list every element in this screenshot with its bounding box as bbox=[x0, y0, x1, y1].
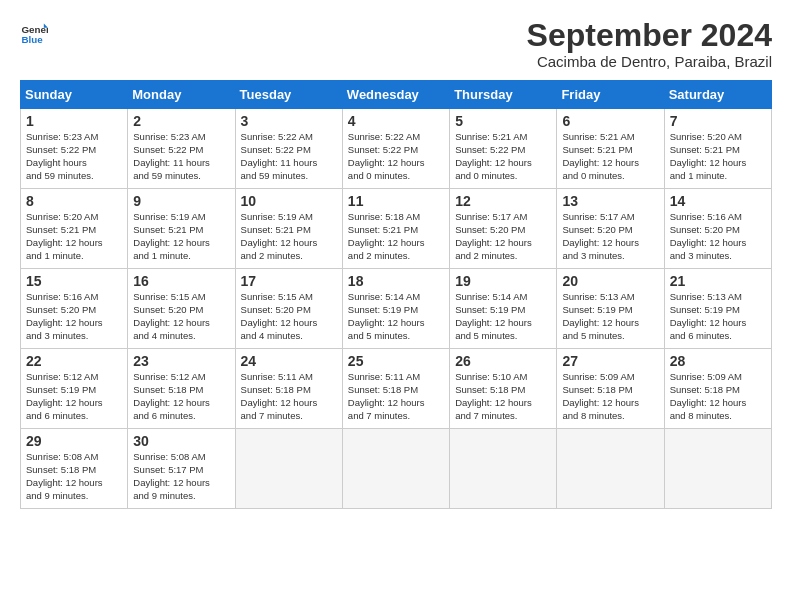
svg-text:Blue: Blue bbox=[21, 34, 43, 45]
day-26: 26 Sunrise: 5:10 AMSunset: 5:18 PMDaylig… bbox=[450, 349, 557, 429]
empty-cell bbox=[235, 429, 342, 509]
day-15: 15 Sunrise: 5:16 AMSunset: 5:20 PMDaylig… bbox=[21, 269, 128, 349]
header: General Blue September 2024 Cacimba de D… bbox=[20, 18, 772, 70]
empty-cell bbox=[557, 429, 664, 509]
day-21: 21 Sunrise: 5:13 AMSunset: 5:19 PMDaylig… bbox=[664, 269, 771, 349]
day-9: 9 Sunrise: 5:19 AMSunset: 5:21 PMDayligh… bbox=[128, 189, 235, 269]
day-22: 22 Sunrise: 5:12 AMSunset: 5:19 PMDaylig… bbox=[21, 349, 128, 429]
logo: General Blue bbox=[20, 18, 48, 46]
col-monday: Monday bbox=[128, 81, 235, 109]
day-7: 7 Sunrise: 5:20 AMSunset: 5:21 PMDayligh… bbox=[664, 109, 771, 189]
day-2: 2 Sunrise: 5:23 AMSunset: 5:22 PMDayligh… bbox=[128, 109, 235, 189]
day-11: 11 Sunrise: 5:18 AMSunset: 5:21 PMDaylig… bbox=[342, 189, 449, 269]
page: General Blue September 2024 Cacimba de D… bbox=[0, 0, 792, 519]
month-title: September 2024 bbox=[527, 18, 772, 53]
day-24: 24 Sunrise: 5:11 AMSunset: 5:18 PMDaylig… bbox=[235, 349, 342, 429]
day-13: 13 Sunrise: 5:17 AMSunset: 5:20 PMDaylig… bbox=[557, 189, 664, 269]
col-wednesday: Wednesday bbox=[342, 81, 449, 109]
day-4: 4 Sunrise: 5:22 AMSunset: 5:22 PMDayligh… bbox=[342, 109, 449, 189]
table-row: 22 Sunrise: 5:12 AMSunset: 5:19 PMDaylig… bbox=[21, 349, 772, 429]
day-8: 8 Sunrise: 5:20 AMSunset: 5:21 PMDayligh… bbox=[21, 189, 128, 269]
col-friday: Friday bbox=[557, 81, 664, 109]
day-30: 30 Sunrise: 5:08 AMSunset: 5:17 PMDaylig… bbox=[128, 429, 235, 509]
day-27: 27 Sunrise: 5:09 AMSunset: 5:18 PMDaylig… bbox=[557, 349, 664, 429]
day-3: 3 Sunrise: 5:22 AMSunset: 5:22 PMDayligh… bbox=[235, 109, 342, 189]
day-6: 6 Sunrise: 5:21 AMSunset: 5:21 PMDayligh… bbox=[557, 109, 664, 189]
table-row: 8 Sunrise: 5:20 AMSunset: 5:21 PMDayligh… bbox=[21, 189, 772, 269]
empty-cell bbox=[664, 429, 771, 509]
location: Cacimba de Dentro, Paraiba, Brazil bbox=[527, 53, 772, 70]
day-23: 23 Sunrise: 5:12 AMSunset: 5:18 PMDaylig… bbox=[128, 349, 235, 429]
day-28: 28 Sunrise: 5:09 AMSunset: 5:18 PMDaylig… bbox=[664, 349, 771, 429]
calendar-table: Sunday Monday Tuesday Wednesday Thursday… bbox=[20, 80, 772, 509]
day-12: 12 Sunrise: 5:17 AMSunset: 5:20 PMDaylig… bbox=[450, 189, 557, 269]
header-row: Sunday Monday Tuesday Wednesday Thursday… bbox=[21, 81, 772, 109]
day-17: 17 Sunrise: 5:15 AMSunset: 5:20 PMDaylig… bbox=[235, 269, 342, 349]
table-row: 1 Sunrise: 5:23 AMSunset: 5:22 PMDayligh… bbox=[21, 109, 772, 189]
logo-icon: General Blue bbox=[20, 18, 48, 46]
empty-cell bbox=[342, 429, 449, 509]
day-19: 19 Sunrise: 5:14 AMSunset: 5:19 PMDaylig… bbox=[450, 269, 557, 349]
day-20: 20 Sunrise: 5:13 AMSunset: 5:19 PMDaylig… bbox=[557, 269, 664, 349]
day-25: 25 Sunrise: 5:11 AMSunset: 5:18 PMDaylig… bbox=[342, 349, 449, 429]
col-tuesday: Tuesday bbox=[235, 81, 342, 109]
day-10: 10 Sunrise: 5:19 AMSunset: 5:21 PMDaylig… bbox=[235, 189, 342, 269]
col-sunday: Sunday bbox=[21, 81, 128, 109]
table-row: 15 Sunrise: 5:16 AMSunset: 5:20 PMDaylig… bbox=[21, 269, 772, 349]
day-1: 1 Sunrise: 5:23 AMSunset: 5:22 PMDayligh… bbox=[21, 109, 128, 189]
table-row: 29 Sunrise: 5:08 AMSunset: 5:18 PMDaylig… bbox=[21, 429, 772, 509]
empty-cell bbox=[450, 429, 557, 509]
day-14: 14 Sunrise: 5:16 AMSunset: 5:20 PMDaylig… bbox=[664, 189, 771, 269]
title-area: September 2024 Cacimba de Dentro, Paraib… bbox=[527, 18, 772, 70]
day-16: 16 Sunrise: 5:15 AMSunset: 5:20 PMDaylig… bbox=[128, 269, 235, 349]
day-29: 29 Sunrise: 5:08 AMSunset: 5:18 PMDaylig… bbox=[21, 429, 128, 509]
day-18: 18 Sunrise: 5:14 AMSunset: 5:19 PMDaylig… bbox=[342, 269, 449, 349]
col-thursday: Thursday bbox=[450, 81, 557, 109]
col-saturday: Saturday bbox=[664, 81, 771, 109]
day-5: 5 Sunrise: 5:21 AMSunset: 5:22 PMDayligh… bbox=[450, 109, 557, 189]
